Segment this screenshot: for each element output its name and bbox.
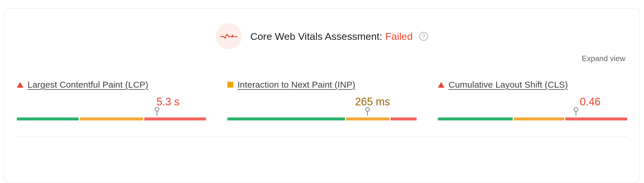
assessment-status: Failed (385, 31, 413, 42)
metric-lcp-value: 5.3 s (17, 96, 206, 108)
metric-cls-label[interactable]: Cumulative Layout Shift (CLS) (449, 80, 568, 90)
gauge-amber (514, 117, 564, 120)
assessment-title: Core Web Vitals Assessment: Failed ? (250, 31, 428, 42)
title-prefix: Core Web Vitals Assessment: (250, 31, 382, 42)
expand-view-link[interactable]: Expand view (582, 54, 625, 63)
svg-marker-0 (231, 34, 234, 37)
metric-inp: Interaction to Next Paint (INP) 265 ms (227, 80, 417, 120)
section-divider (17, 136, 627, 137)
metric-cls-value: 0.46 (438, 96, 627, 108)
core-web-vitals-card: Core Web Vitals Assessment: Failed ? Exp… (4, 8, 640, 183)
metrics-row: Largest Contentful Paint (LCP) 5.3 s Int… (17, 80, 627, 120)
metric-cls-gauge (438, 112, 627, 120)
gauge-green (438, 117, 513, 120)
gauge-green (17, 117, 79, 120)
fail-triangle-icon (438, 82, 444, 88)
metric-lcp-gauge (17, 112, 206, 120)
gauge-amber (80, 117, 143, 120)
assessment-header: Core Web Vitals Assessment: Failed ? (17, 23, 627, 49)
metric-inp-value: 265 ms (227, 96, 417, 108)
gauge-red (565, 117, 627, 120)
pulse-badge (216, 23, 242, 49)
gauge-amber (346, 117, 389, 120)
pulse-icon (220, 32, 237, 40)
warn-square-icon (227, 82, 233, 88)
expand-row: Expand view (17, 52, 627, 63)
gauge-green (227, 117, 345, 120)
metric-lcp: Largest Contentful Paint (LCP) 5.3 s (17, 80, 206, 120)
gauge-red (391, 117, 417, 120)
fail-triangle-icon (17, 82, 23, 88)
help-icon[interactable]: ? (419, 32, 428, 41)
metric-lcp-label[interactable]: Largest Contentful Paint (LCP) (27, 80, 148, 90)
metric-inp-gauge (227, 112, 417, 120)
gauge-marker (367, 110, 368, 116)
gauge-red (144, 117, 206, 120)
gauge-marker (157, 110, 157, 116)
metric-inp-label[interactable]: Interaction to Next Paint (INP) (237, 80, 355, 90)
gauge-marker (576, 110, 576, 116)
metric-cls: Cumulative Layout Shift (CLS) 0.46 (438, 80, 627, 120)
